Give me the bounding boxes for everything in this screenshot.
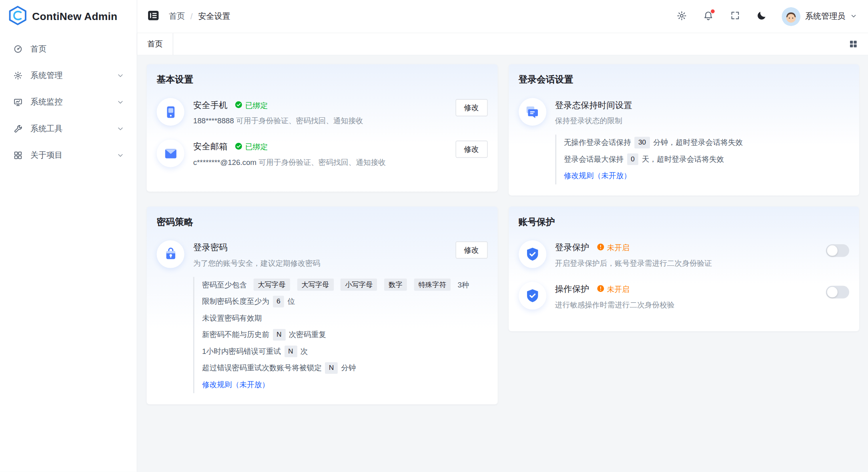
security-email-row: 安全邮箱 已绑定 c********@126.com可用于身份验证、密码找回、通… <box>156 140 487 168</box>
modify-password-button[interactable]: 修改 <box>455 241 487 259</box>
card-session-settings: 登录会话设置 登录态保持时间设置 <box>509 64 859 195</box>
menu-collapse-icon <box>147 9 160 24</box>
moon-icon <box>756 10 767 22</box>
session-keep-row: 登录态保持时间设置 保持登录状态的限制 <box>518 98 849 127</box>
sidebar-item-system-tools[interactable]: 系统工具 <box>6 117 131 140</box>
toggle-knob <box>827 287 838 297</box>
apps-grid-icon[interactable] <box>849 39 858 49</box>
rule-line: 1小时内密码错误可重试N次 <box>202 343 487 360</box>
sidebar-item-label: 系统监控 <box>30 97 62 107</box>
chevron-down-icon <box>117 152 124 159</box>
fullscreen-button[interactable] <box>728 10 742 23</box>
password-type-tag: 大写字母 <box>297 279 333 291</box>
session-rules: 无操作登录会话保持30分钟，超时登录会话将失效 登录会话最大保持0天，超时登录会… <box>555 135 849 184</box>
security-phone-row: 安全手机 已绑定 188****8888可用于身份验证、密码找回、通知接收 <box>156 98 487 127</box>
card-title: 登录会话设置 <box>518 74 849 86</box>
password-type-tag: 小写字母 <box>341 279 377 291</box>
notification-dot <box>710 9 714 13</box>
sidebar-item-about-project[interactable]: 关于项目 <box>6 144 131 167</box>
value-tag: 6 <box>273 296 284 307</box>
lock-icon <box>156 240 184 268</box>
chevron-down-icon <box>117 125 124 133</box>
dashboard-icon <box>13 44 23 54</box>
item-desc: 进行敏感操作时需进行二次身份校验 <box>555 300 817 310</box>
top-bar-actions: 系统管理员 <box>675 7 857 26</box>
card-basic-settings: 基本设置 安全手机 <box>147 64 497 191</box>
card-title: 密码策略 <box>156 216 487 228</box>
shield-check-icon <box>518 282 546 309</box>
breadcrumb-separator: / <box>190 12 193 21</box>
monitor-icon <box>13 97 23 107</box>
notifications-button[interactable] <box>702 10 715 23</box>
item-title: 登录密码 <box>193 242 228 253</box>
value-tag: 30 <box>634 137 650 149</box>
fullscreen-icon <box>730 10 740 22</box>
password-rules: 密码至少包含 大写字母 大写字母 小写字母 数字 特殊字符 3种 限制密码长度至… <box>193 277 487 393</box>
sidebar-item-label: 系统工具 <box>30 123 62 134</box>
chevron-down-icon <box>117 98 124 106</box>
sidebar-item-label: 系统管理 <box>30 70 62 81</box>
rule-line: 登录会话最大保持0天，超时登录会话将失效 <box>564 151 849 168</box>
value-tag: N <box>273 329 285 341</box>
item-title: 登录保护 <box>555 242 589 253</box>
value-tag: 0 <box>627 153 639 165</box>
sidebar-item-system-monitor[interactable]: 系统监控 <box>6 91 131 114</box>
password-rule-link[interactable]: 修改规则（未开放） <box>202 377 269 393</box>
chevron-down-icon <box>117 72 124 79</box>
rule-line: 新密码不能与历史前N次密码重复 <box>202 327 487 343</box>
grid-icon <box>13 151 23 160</box>
item-desc: 为了您的账号安全，建议定期修改密码 <box>193 259 447 269</box>
session-rule-link[interactable]: 修改规则（未开放） <box>564 168 631 184</box>
check-circle-icon <box>235 101 243 110</box>
sidebar-item-label: 关于项目 <box>30 150 62 161</box>
item-title: 安全邮箱 <box>193 141 228 153</box>
dark-mode-button[interactable] <box>755 10 768 23</box>
avatar <box>782 7 800 26</box>
app-title: ContiNew Admin <box>32 10 117 22</box>
card-title: 账号保护 <box>518 216 849 228</box>
operation-protection-toggle[interactable] <box>826 286 849 299</box>
rule-line: 未设置密码有效期 <box>202 310 487 327</box>
sidebar-collapse-button[interactable] <box>147 9 160 24</box>
login-protection-toggle[interactable] <box>826 244 849 257</box>
continew-logo-icon <box>9 6 26 28</box>
password-type-tag: 数字 <box>384 279 407 291</box>
modify-phone-button[interactable]: 修改 <box>455 99 487 116</box>
gear-icon <box>13 71 23 80</box>
value-tag: N <box>325 362 338 374</box>
item-title: 安全手机 <box>193 100 228 111</box>
sidebar-menu: 首页 系统管理 <box>0 33 137 171</box>
password-type-tag: 大写字母 <box>253 279 290 291</box>
tab-home[interactable]: 首页 <box>137 33 173 55</box>
breadcrumb-home[interactable]: 首页 <box>169 11 185 22</box>
phone-icon <box>156 98 184 126</box>
shield-check-icon <box>518 240 546 268</box>
breadcrumb-current: 安全设置 <box>198 11 230 22</box>
rule-line: 超过错误密码重试次数账号将被锁定N分钟 <box>202 360 487 376</box>
modify-email-button[interactable]: 修改 <box>455 141 487 158</box>
card-account-protection: 账号保护 登录保护 <box>509 207 859 331</box>
user-name: 系统管理员 <box>805 11 845 22</box>
bound-badge: 已绑定 <box>235 100 268 110</box>
rule-line: 限制密码长度至少为6位 <box>202 293 487 310</box>
user-menu[interactable]: 系统管理员 <box>782 7 857 26</box>
masked-email: c********@126.com <box>193 159 257 167</box>
rule-line-include: 密码至少包含 大写字母 大写字母 小写字母 数字 特殊字符 3种 <box>202 277 487 293</box>
sidebar-item-system-management[interactable]: 系统管理 <box>6 64 131 87</box>
card-password-policy: 密码策略 <box>147 207 497 404</box>
login-protection-row: 登录保护 未开启 开启登录保护后，账号登录需进行二次身份验证 <box>518 240 849 269</box>
toggle-knob <box>827 245 838 256</box>
tab-bar: 首页 <box>137 33 868 55</box>
sidebar: ContiNew Admin 首页 系统管理 <box>0 0 137 472</box>
top-bar: 首页 / 安全设置 <box>137 0 868 33</box>
chevron-down-icon <box>850 12 857 21</box>
settings-button[interactable] <box>675 10 688 23</box>
item-desc: 188****8888可用于身份验证、密码找回、通知接收 <box>193 116 447 126</box>
sidebar-item-home[interactable]: 首页 <box>6 38 131 60</box>
app-logo[interactable]: ContiNew Admin <box>0 0 137 33</box>
page-content: 基本设置 安全手机 <box>137 55 868 472</box>
item-title: 登录态保持时间设置 <box>555 100 632 111</box>
app-window: ContiNew Admin 首页 系统管理 <box>0 0 868 472</box>
value-tag: N <box>284 345 297 357</box>
item-desc: 开启登录保护后，账号登录需进行二次身份验证 <box>555 259 817 269</box>
